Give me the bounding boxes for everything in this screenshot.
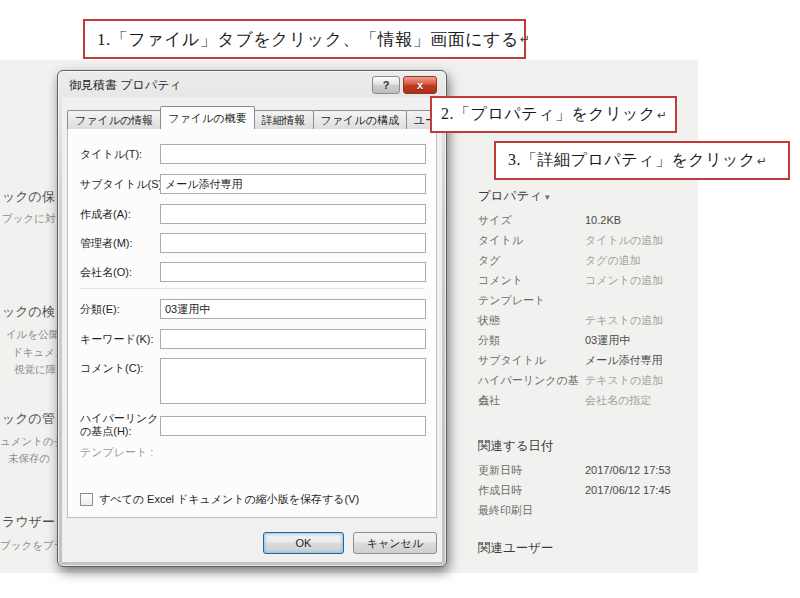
category-input[interactable] [160,299,426,319]
subtitle-input[interactable] [160,174,426,194]
dialog-client-area: ファイルの情報 ファイルの概要 詳細情報 ファイルの構成 ユーザー設定 タイトル… [62,97,442,562]
backstage-fragment: ュメントのチ [0,435,64,449]
property-label: テンプレート [478,290,585,310]
related-dates-header: 関連する日付 [478,436,696,456]
property-label: コメント [478,270,585,290]
property-label: サイズ [478,210,585,230]
property-value[interactable]: 会社名の指定 [585,390,651,410]
manager-input[interactable] [160,233,426,253]
related-users-header: 関連ユーザー [478,538,696,558]
return-mark-icon: ↵ [757,154,768,168]
date-row: 最終印刷日 [478,500,696,520]
save-thumbnail-checkbox[interactable] [80,493,93,506]
annotation-step3: 3.「詳細プロパティ」をクリック↵ [494,141,790,180]
properties-dropdown[interactable]: プロパティ▾ [478,186,696,206]
ok-button[interactable]: OK [263,532,344,554]
backstage-fragment: ックの保 [2,188,55,206]
annotation-step2-text: 2.「プロパティ」をクリック [441,104,656,125]
dialog-title: 御見積書 プロパティ [69,77,182,94]
date-row: 更新日時2017/06/12 17:53 [478,460,696,480]
screenshot-stage: ックの保 ブックに対し ックの検 イルを公開 ドキュメン 視覚に障 ックの管 ュ… [0,0,800,598]
property-row: 分類03運用中 [478,330,696,350]
property-label: サブタイトル [478,350,585,370]
properties-dialog: 御見積書 プロパティ ? x ファイルの情報 ファイルの概要 詳細情報 ファイル… [57,70,447,567]
property-value[interactable]: テキストの追加 [585,370,663,390]
date-label: 最終印刷日 [478,500,585,520]
property-row: サブタイトルメール添付専用 [478,350,696,370]
properties-rows: サイズ10.2KB タイトルタイトルの追加 タグタグの追加 コメントコメントの追… [478,210,696,410]
property-row: タグタグの追加 [478,250,696,270]
annotation-step1-text: 1.「ファイル」タブをクリック、「情報」画面にする [97,28,519,51]
dialog-tabstrip: ファイルの情報 ファイルの概要 詳細情報 ファイルの構成 ユーザー設定 [67,105,487,129]
backstage-fragment: 視覚に障 [14,363,56,377]
backstage-fragment: ラウザー [2,513,55,531]
backstage-fragment: イルを公開 [6,328,59,342]
backstage-fragment: ックの検 [2,303,55,321]
property-row: 状態テキストの追加 [478,310,696,330]
annotation-step1: 1.「ファイル」タブをクリック、「情報」画面にする↵ [83,19,526,59]
thumbnail-checkbox-row: すべての Excel ドキュメントの縮小版を保存する(V) [80,492,359,507]
tab-file-info[interactable]: ファイルの情報 [67,110,161,129]
author-label: 作成者(A): [80,208,168,221]
property-label: 分類 [478,330,585,350]
property-label: タイトル [478,230,585,250]
properties-pane: プロパティ▾ サイズ10.2KB タイトルタイトルの追加 タグタグの追加 コメン… [478,186,696,558]
date-value: 2017/06/12 17:53 [585,460,671,480]
date-label: 更新日時 [478,460,585,480]
property-label: ハイパーリンクの基点 [478,370,585,390]
cancel-button[interactable]: キャンセル [353,532,437,554]
property-value[interactable]: メール添付専用 [585,350,663,370]
property-value[interactable]: 03運用中 [585,330,630,350]
property-label: タグ [478,250,585,270]
dialog-titlebar[interactable]: 御見積書 プロパティ ? x [58,71,446,97]
title-input[interactable] [160,144,426,164]
chevron-down-icon: ▾ [545,192,550,202]
return-mark-icon: ↵ [657,108,668,122]
subtitle-label: サブタイトル(S): [80,178,168,191]
annotation-step3-text: 3.「詳細プロパティ」をクリック [508,150,756,171]
save-thumbnail-label: すべての Excel ドキュメントの縮小版を保存する(V) [99,492,359,507]
property-value: 10.2KB [585,210,621,230]
hyperlink-base-label: ハイパーリンクの基点(H): [80,412,168,438]
backstage-fragment: 未保存の [8,452,50,466]
property-label: 会社 [478,390,585,410]
tab-page-summary: タイトル(T): サブタイトル(S): 作成者(A): 管理者(M): 会社名(… [67,128,437,518]
properties-dropdown-label: プロパティ [478,189,542,203]
close-button[interactable]: x [403,76,437,94]
tab-file-structure[interactable]: ファイルの構成 [313,110,407,129]
tab-file-summary[interactable]: ファイルの概要 [160,106,254,129]
property-row: ハイパーリンクの基点テキストの追加 [478,370,696,390]
property-row: タイトルタイトルの追加 [478,230,696,250]
return-mark-icon: ↵ [520,32,531,46]
comments-label: コメント(C): [80,362,168,375]
property-value[interactable]: コメントの追加 [585,270,663,290]
date-rows: 更新日時2017/06/12 17:53 作成日時2017/06/12 17:4… [478,460,696,520]
hyperlink-base-input[interactable] [160,416,426,436]
date-value: 2017/06/12 17:45 [585,480,671,500]
date-row: 作成日時2017/06/12 17:45 [478,480,696,500]
annotation-step2: 2.「プロパティ」をクリック↵ [430,96,677,133]
tab-details[interactable]: 詳細情報 [254,110,314,129]
help-button[interactable]: ? [372,76,400,94]
date-label: 作成日時 [478,480,585,500]
title-label: タイトル(T): [80,148,168,161]
keywords-input[interactable] [160,329,426,349]
property-value[interactable]: タイトルの追加 [585,230,663,250]
property-row: サイズ10.2KB [478,210,696,230]
author-input[interactable] [160,204,426,224]
company-label: 会社名(O): [80,266,168,279]
property-label: 状態 [478,310,585,330]
property-value[interactable]: テキストの追加 [585,310,663,330]
property-row: 会社会社名の指定 [478,390,696,410]
comments-textarea[interactable] [160,358,426,404]
company-input[interactable] [160,262,426,282]
property-row: テンプレート [478,290,696,310]
backstage-fragment: ブックをブラ [0,539,64,553]
field-separator [80,288,424,289]
property-row: コメントコメントの追加 [478,270,696,290]
keywords-label: キーワード(K): [80,333,168,346]
template-label: テンプレート : [80,446,168,459]
property-value[interactable]: タグの追加 [585,250,641,270]
backstage-fragment: ックの管 [2,410,55,428]
manager-label: 管理者(M): [80,237,168,250]
